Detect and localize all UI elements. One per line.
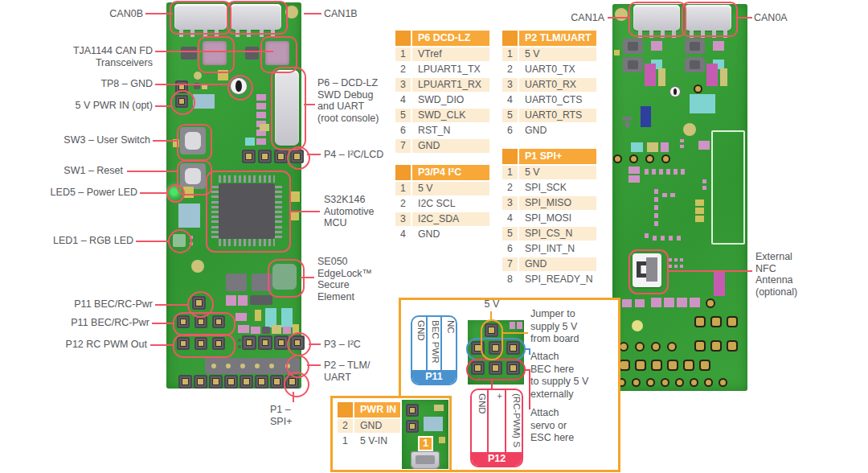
tp8-testpoint xyxy=(231,78,247,94)
label-pwr-in: 5 V PWR IN (opt) xyxy=(64,100,153,112)
p12-pin-legend: GND + (RC-PWM) S P12 xyxy=(470,389,523,467)
can0a-connector xyxy=(685,5,731,31)
table-title: PWR IN xyxy=(354,402,400,417)
pin-name: SPI_MISO xyxy=(519,196,596,210)
pin-number: 6 xyxy=(502,242,518,256)
pin-name: I2C SCL xyxy=(412,197,489,211)
pin-number: 7 xyxy=(395,139,411,153)
pwr-in-pin xyxy=(175,95,188,108)
jumper-outline xyxy=(481,319,503,360)
pin-name: UART0_RX xyxy=(519,78,596,92)
pin-name: SPI_CS_N xyxy=(519,227,596,241)
note-servo: Attach servo or ESC here xyxy=(530,407,611,445)
label-nfc-antenna: External NFC Antenna (optional) xyxy=(755,251,818,298)
p12-row-outline xyxy=(466,359,526,380)
pin-name: SPI_SCK xyxy=(519,181,596,195)
pin-table-p6: P6 DCD-LZ 1VTref2LPUART1_TX3LPUART1_RX4S… xyxy=(395,31,489,154)
table-row: 15 V xyxy=(502,47,596,61)
p12-legend-label: P12 xyxy=(472,452,522,466)
led1-rgb-led xyxy=(173,234,186,247)
pin-name: GND xyxy=(519,257,596,271)
table-row: 5UART0_RTS xyxy=(502,109,596,122)
pin-number: 1 xyxy=(502,47,518,61)
smd-component xyxy=(245,47,259,60)
pin-number: 5 xyxy=(502,227,518,241)
label-p2: P2 – TLM/ UART xyxy=(324,360,375,383)
label-p3: P3 – I²C xyxy=(324,339,372,351)
pin-name: GND xyxy=(354,419,400,433)
table-title: P2 TLM/UART xyxy=(519,31,596,46)
table-row: 6RST_N xyxy=(395,124,489,138)
note-bec: Attach BEC here to supply 5 V externally xyxy=(530,351,611,401)
label-sw3: SW3 – User Switch xyxy=(52,134,150,146)
pcb-board-top xyxy=(612,4,747,391)
pin-number: 1 xyxy=(338,434,353,448)
pin-number: 8 xyxy=(502,273,518,286)
pcb-board-bottom xyxy=(166,2,301,389)
pwr-in-photo: 1 xyxy=(402,400,448,469)
pin-name: SWD_CLK xyxy=(412,109,489,122)
p1-pin1 xyxy=(285,375,299,389)
label-can1b: CAN1B xyxy=(324,8,372,20)
pin-table-p2: P2 TLM/UART 15 V2UART0_TX3UART0_RX4UART0… xyxy=(502,31,596,139)
smd-ic xyxy=(226,274,247,291)
fiducial xyxy=(285,6,298,19)
label-led1: LED1 – RGB LED xyxy=(48,235,133,247)
table-row: 2I2C SCL xyxy=(395,197,489,211)
p12-pin-plus: + xyxy=(487,390,504,452)
p11-pin-nc: NC xyxy=(440,317,456,370)
pin-number: 2 xyxy=(395,63,411,76)
pin-number: 4 xyxy=(502,93,518,107)
p11-pin-gnd: GND xyxy=(412,317,426,370)
label-led5: LED5 – Power LED xyxy=(44,187,137,199)
table-row: 2UART0_TX xyxy=(502,63,596,76)
table-row: 5SWD_CLK xyxy=(395,109,489,122)
pin-name: UART0_TX xyxy=(519,63,596,76)
table-title: P3/P4 I²C xyxy=(412,165,489,180)
pin-name: LPUART1_RX xyxy=(412,78,489,92)
smd-ic xyxy=(252,274,272,291)
p11-pin-becpwr: BEC PWR xyxy=(426,317,441,370)
pin-number: 2 xyxy=(395,197,411,211)
pin-number: 3 xyxy=(502,78,518,92)
pin-number: 3 xyxy=(502,196,518,210)
p3-pin1 xyxy=(290,335,305,350)
label-5v: 5 V xyxy=(479,298,505,311)
pin-name: GND xyxy=(519,124,596,138)
can1a-connector xyxy=(633,5,680,31)
pin-number: 3 xyxy=(395,212,411,226)
table-row: 4GND xyxy=(395,228,489,241)
smd-component xyxy=(181,47,197,60)
label-p4: P4 – I²C/LCD xyxy=(324,149,395,161)
p6-connector xyxy=(275,70,299,146)
table-row: 6GND xyxy=(502,124,596,138)
pin-number: 2 xyxy=(338,419,353,433)
pin-name: VTref xyxy=(412,47,489,61)
p11-pin-legend: GND BEC PWR NC P11 xyxy=(411,315,457,385)
pin-number: 4 xyxy=(395,93,411,107)
table-row: 3SPI_MISO xyxy=(502,196,596,210)
table-row: 2LPUART1_TX xyxy=(395,63,489,76)
table-row: 3LPUART1_RX xyxy=(395,78,489,92)
label-mcu: S32K146 Automotive MCU xyxy=(324,194,388,229)
can0b-connector xyxy=(174,4,227,30)
table-row: 2SPI_SCK xyxy=(502,181,596,195)
label-sw1: SW1 – Reset xyxy=(60,165,123,177)
label-can0b: CAN0B xyxy=(88,8,143,20)
label-p11b: P11 BEC/RC-Pwr xyxy=(65,317,149,329)
label-can1a: CAN1A xyxy=(563,12,604,24)
table-row: 3I2C_SDA xyxy=(395,212,489,226)
pin-name: I2C_SDA xyxy=(412,212,489,226)
pin-name: GND xyxy=(412,139,489,153)
table-title: P6 DCD-LZ xyxy=(412,31,489,46)
table-row: 2GND xyxy=(338,419,400,433)
pin1-badge: 1 xyxy=(418,436,433,451)
table-row: 7GND xyxy=(395,139,489,153)
pin-name: LPUART1_TX xyxy=(412,63,489,76)
pin-name: SPI_INT_N xyxy=(519,242,596,256)
table-row: 6SPI_INT_N xyxy=(502,242,596,256)
table-row: 15 V-IN xyxy=(338,434,400,448)
pin-number: 3 xyxy=(395,78,411,92)
label-se050: SE050 EdgeLock™ Secure Element xyxy=(317,256,382,302)
p4-pin1 xyxy=(290,150,304,163)
